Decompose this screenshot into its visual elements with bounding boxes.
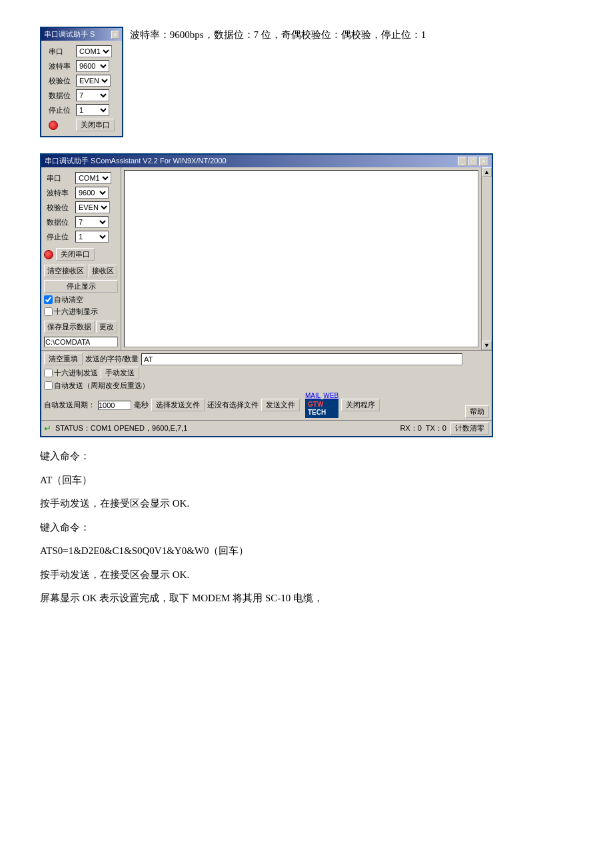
small-window-title-bar: 串口调试助手 S × — [41, 28, 122, 41]
para-1-cmd: AT（回车） — [40, 472, 573, 489]
small-window-content: 串口 COM1 波特率 9600 — [41, 41, 122, 136]
parity-label: 校验位 — [47, 74, 73, 87]
send-file-button[interactable]: 发送文件 — [261, 399, 300, 411]
auto-clear-row: 自动清空 — [44, 295, 118, 305]
hex-send-row: 十六进制发送 — [44, 368, 98, 378]
data-bits-select[interactable]: 7 — [76, 89, 109, 101]
left-panel: 串口 COM1 波特率 9600 校验位 — [41, 167, 121, 350]
para-5: 屏幕显示 OK 表示设置完成，取下 MODEM 将其用 SC-10 电缆， — [40, 590, 573, 607]
para-3-label: 键入命令： — [40, 519, 573, 537]
send-chars-label: 发送的字符/数量 — [85, 354, 139, 364]
baud-rate-select[interactable]: 9600 — [76, 60, 109, 72]
select-file-button[interactable]: 选择发送文件 — [151, 399, 205, 411]
rx-label: RX：0 — [400, 423, 421, 433]
lg-stop-bits-label: 停止位 — [45, 230, 73, 243]
serial-status-indicator — [49, 121, 58, 130]
large-serial-window: 串口调试助手 SComAssistant V2.2 For WIN9X/NT/2… — [40, 153, 493, 437]
send-input[interactable] — [141, 353, 462, 365]
auto-send-checkbox[interactable] — [44, 381, 53, 390]
serial-port-select[interactable]: COM1 — [76, 45, 112, 57]
mail-link[interactable]: MAIL — [305, 392, 320, 399]
clear-receive-button[interactable]: 清空接收区 — [44, 265, 87, 277]
change-button[interactable]: 更改 — [96, 321, 117, 333]
help-button[interactable]: 帮助 — [465, 405, 489, 418]
path-input[interactable] — [44, 337, 118, 347]
lg-data-bits-label: 数据位 — [45, 215, 73, 229]
status-bar: ↵ STATUS：COM1 OPENED，9600,E,7,1 RX：0 TX：… — [41, 420, 492, 436]
scroll-down-button[interactable]: ▼ — [482, 341, 492, 350]
manual-send-button[interactable]: 手动发送 — [101, 367, 139, 379]
large-window-title: 串口调试助手 SComAssistant V2.2 For WIN9X/NT/2… — [45, 156, 227, 166]
lg-serial-port-select[interactable]: COM1 — [75, 172, 111, 184]
close-button[interactable]: × — [479, 157, 488, 166]
minimize-button[interactable]: _ — [458, 157, 467, 166]
right-scrollbar: ▲ ▼ — [481, 167, 492, 350]
bottom-area: 清空重填 发送的字符/数量 十六进制发送 手动发送 自动发送（周期改变后重选） — [41, 350, 492, 420]
lg-close-serial-button[interactable]: 关闭串口 — [56, 248, 95, 261]
large-window-title-bar: 串口调试助手 SComAssistant V2.2 For WIN9X/NT/2… — [41, 155, 492, 167]
clear-fill-button[interactable]: 清空重填 — [44, 353, 83, 365]
para-3-cmd: ATS0=1&D2E0&C1&S0Q0V1&Y0&W0（回车） — [40, 543, 573, 560]
lg-parity-select[interactable]: EVEN — [75, 201, 110, 213]
para-2: 按手动发送，在接受区会显示 OK. — [40, 495, 573, 513]
send-row-1: 清空重填 发送的字符/数量 — [44, 353, 462, 365]
scroll-up-button[interactable]: ▲ — [482, 167, 492, 177]
send-row-4: 自动发送周期： 毫秒 选择发送文件 还没有选择文件 发送文件 MAIL WEB … — [44, 392, 462, 418]
after-small-window-text: 波特率：9600bps，数据位：7 位，奇偶校验位：偶校验，停止位：1 — [130, 28, 426, 40]
scroll-track — [482, 177, 492, 341]
close-serial-button[interactable]: 关闭串口 — [76, 119, 115, 131]
hex-display-row: 十六进制显示 — [44, 307, 118, 317]
send-row-2: 十六进制发送 手动发送 — [44, 367, 462, 379]
baud-rate-label: 波特率 — [47, 59, 73, 73]
hex-send-label: 十六进制发送 — [54, 368, 98, 378]
lg-data-bits-select[interactable]: 7 — [75, 216, 109, 228]
lg-parity-label: 校验位 — [45, 201, 73, 214]
tech-text: TECH — [308, 409, 326, 416]
para-1-label: 键入命令： — [40, 448, 573, 465]
stop-bits-label: 停止位 — [47, 103, 73, 117]
gtw-text: GTW — [308, 401, 323, 408]
small-window-title: 串口调试助手 S — [44, 29, 95, 39]
auto-send-row: 自动发送（周期改变后重选） — [44, 381, 149, 391]
period-unit: 毫秒 — [134, 400, 149, 410]
parity-select[interactable]: EVEN — [76, 75, 111, 87]
lg-stop-bits-select[interactable]: 1 — [75, 231, 109, 243]
serial-port-label: 串口 — [47, 45, 73, 58]
hex-send-checkbox[interactable] — [44, 369, 53, 377]
period-label: 自动发送周期： — [44, 400, 95, 410]
para-4: 按手动发送，在接受区会显示 OK. — [40, 567, 573, 584]
auto-send-label: 自动发送（周期改变后重选） — [54, 381, 149, 391]
send-row-3: 自动发送（周期改变后重选） — [44, 381, 462, 391]
status-text: STATUS：COM1 OPENED，9600,E,7,1 — [55, 423, 396, 433]
lg-baud-rate-label: 波特率 — [45, 186, 73, 199]
no-file-label: 还没有选择文件 — [207, 400, 259, 410]
large-settings-table: 串口 COM1 波特率 9600 校验位 — [44, 170, 118, 245]
small-window-close-btn[interactable]: × — [111, 31, 119, 39]
save-display-button[interactable]: 保存显示数据 — [44, 321, 95, 333]
lg-baud-rate-select[interactable]: 9600 — [75, 187, 109, 199]
main-area: 串口 COM1 波特率 9600 校验位 — [41, 167, 492, 350]
stop-bits-select[interactable]: 1 — [76, 104, 109, 116]
data-bits-label: 数据位 — [47, 89, 73, 102]
hex-display-label: 十六进制显示 — [54, 307, 98, 317]
web-link[interactable]: WEB — [323, 392, 338, 399]
auto-clear-label: 自动清空 — [54, 295, 83, 305]
lg-serial-port-label: 串口 — [45, 171, 73, 185]
period-input[interactable] — [98, 401, 131, 410]
close-program-button[interactable]: 关闭程序 — [341, 399, 380, 411]
maximize-button[interactable]: □ — [468, 157, 478, 166]
window-control-buttons: _ □ × — [458, 157, 488, 166]
settings-table: 串口 COM1 波特率 9600 — [45, 43, 118, 133]
status-icon: ↵ — [44, 423, 51, 433]
stop-display-button[interactable]: 停止显示 — [44, 280, 118, 293]
receive-display-area — [124, 170, 478, 347]
clear-count-button[interactable]: 计数清零 — [450, 422, 489, 435]
lg-serial-status-indicator — [44, 250, 53, 259]
tx-label: TX：0 — [426, 423, 446, 433]
auto-clear-checkbox[interactable] — [44, 295, 53, 304]
small-serial-window: 串口调试助手 S × 串口 COM1 波特率 — [40, 27, 123, 137]
gtw-logo: GTW TECH — [305, 399, 338, 418]
receive-area-button[interactable]: 接收区 — [89, 265, 117, 277]
hex-display-checkbox[interactable] — [44, 307, 53, 316]
